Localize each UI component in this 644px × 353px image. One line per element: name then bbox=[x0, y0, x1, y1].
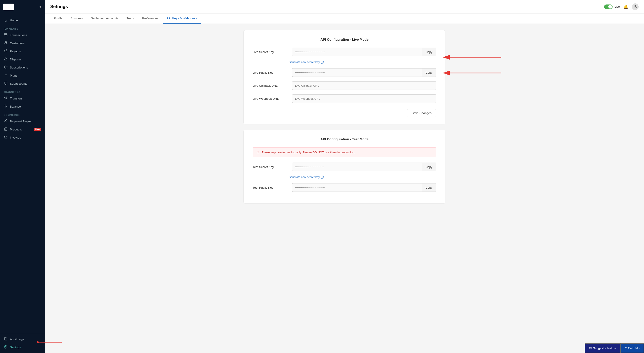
sidebar-item-settings[interactable]: Settings bbox=[0, 343, 45, 351]
sidebar-nav: ⌂ Home PAYMENTS Transactions Customers P… bbox=[0, 14, 45, 333]
sidebar-item-label: Payment Pages bbox=[10, 120, 31, 123]
sidebar-item-home[interactable]: ⌂ Home bbox=[0, 17, 45, 24]
plans-icon bbox=[4, 74, 8, 78]
test-public-key-copy-button[interactable]: Copy bbox=[422, 183, 436, 192]
disputes-icon bbox=[4, 57, 8, 61]
test-public-key-input[interactable] bbox=[292, 183, 422, 192]
live-toggle[interactable] bbox=[604, 5, 612, 9]
sidebar-section-commerce: COMMERCE bbox=[0, 111, 45, 117]
warning-text: These keys are for testing only. Please … bbox=[262, 151, 355, 154]
live-callback-url-input-wrap bbox=[292, 81, 436, 90]
audit-logs-icon bbox=[4, 337, 8, 341]
transfers-icon bbox=[4, 96, 8, 100]
sidebar-item-label: Balance bbox=[10, 105, 21, 108]
user-avatar[interactable] bbox=[632, 3, 638, 10]
live-webhook-url-row: Live Webhook URL bbox=[253, 94, 436, 103]
sidebar-item-label: Disputes bbox=[10, 58, 22, 61]
test-secret-key-row: Test Secret Key Copy bbox=[253, 163, 436, 171]
content-area: API Configuration - Live Mode Live Secre… bbox=[45, 24, 644, 353]
suggest-label: Suggest a feature bbox=[593, 346, 616, 350]
test-mode-title: API Configuration - Test Mode bbox=[253, 137, 436, 141]
tab-settlement-accounts[interactable]: Settlement Accounts bbox=[87, 14, 122, 24]
tab-team[interactable]: Team bbox=[123, 14, 138, 24]
invoices-icon bbox=[4, 135, 8, 139]
tab-nav: Profile Business Settlement Accounts Tea… bbox=[45, 14, 644, 24]
sidebar-item-balance[interactable]: Balance bbox=[0, 102, 45, 111]
subscriptions-icon bbox=[4, 65, 8, 69]
suggest-feature-button[interactable]: ✉ Suggest a feature bbox=[585, 343, 621, 353]
generate-link-text: Generate new secret key bbox=[288, 61, 320, 64]
bell-icon[interactable]: 🔔 bbox=[623, 4, 628, 9]
live-secret-key-label: Live Secret Key bbox=[253, 50, 288, 54]
sidebar-item-label: Subscriptions bbox=[10, 66, 28, 69]
tab-profile[interactable]: Profile bbox=[50, 14, 66, 24]
page-title: Settings bbox=[50, 4, 68, 9]
sidebar-item-label: Home bbox=[10, 19, 18, 22]
live-public-key-row: Live Public Key Copy bbox=[253, 68, 436, 77]
toggle-thumb bbox=[608, 5, 612, 9]
sidebar-chevron-icon: ▼ bbox=[39, 6, 42, 9]
sidebar-item-label: Transfers bbox=[10, 97, 23, 100]
help-label: Get Help bbox=[628, 346, 640, 350]
sidebar-item-subscriptions[interactable]: Subscriptions bbox=[0, 63, 45, 71]
sidebar-item-plans[interactable]: Plans bbox=[0, 71, 45, 80]
live-public-key-input[interactable] bbox=[292, 68, 422, 77]
sidebar-section-transfers: TRANSFERS bbox=[0, 88, 45, 94]
sidebar-item-transactions[interactable]: Transactions bbox=[0, 31, 45, 39]
test-secret-key-input-wrap: Copy bbox=[292, 163, 436, 171]
live-public-key-copy-button[interactable]: Copy bbox=[422, 68, 436, 77]
svg-point-18 bbox=[5, 346, 6, 347]
get-help-button[interactable]: ? Get Help bbox=[620, 343, 644, 353]
live-toggle-wrap: Live bbox=[604, 5, 620, 9]
sidebar-item-label: Subaccounts bbox=[10, 82, 28, 85]
live-webhook-url-input[interactable] bbox=[292, 94, 436, 103]
live-public-key-label: Live Public Key bbox=[253, 71, 288, 74]
save-changes-button[interactable]: Save Changes bbox=[407, 109, 436, 117]
sidebar-item-transfers[interactable]: Transfers bbox=[0, 94, 45, 102]
svg-rect-11 bbox=[4, 82, 7, 84]
test-mode-card: API Configuration - Test Mode ⚠ These ke… bbox=[244, 130, 446, 204]
live-callback-url-input[interactable] bbox=[292, 81, 436, 90]
sidebar-item-audit-logs[interactable]: Audit Logs bbox=[0, 335, 45, 343]
payment-pages-icon bbox=[4, 119, 8, 123]
sidebar-item-label: Audit Logs bbox=[10, 337, 24, 341]
tab-preferences[interactable]: Preferences bbox=[138, 14, 162, 24]
sidebar-item-label: Customers bbox=[10, 42, 24, 45]
sidebar-item-customers[interactable]: Customers bbox=[0, 39, 45, 47]
test-secret-key-input[interactable] bbox=[292, 163, 422, 171]
test-public-key-input-wrap: Copy bbox=[292, 183, 436, 192]
sidebar-item-invoices[interactable]: Invoices bbox=[0, 133, 45, 141]
sidebar-item-subaccounts[interactable]: Subaccounts bbox=[0, 80, 45, 88]
balance-icon bbox=[4, 104, 8, 109]
sidebar-item-disputes[interactable]: Disputes bbox=[0, 55, 45, 63]
suggest-icon: ✉ bbox=[589, 346, 592, 350]
bottom-bar: ✉ Suggest a feature ? Get Help bbox=[585, 343, 644, 353]
live-secret-key-copy-button[interactable]: Copy bbox=[422, 48, 436, 56]
live-webhook-url-input-wrap bbox=[292, 94, 436, 103]
sidebar-section-payments: PAYMENTS bbox=[0, 24, 45, 31]
test-public-key-row: Test Public Key Copy bbox=[253, 183, 436, 192]
new-badge: New bbox=[34, 128, 41, 131]
test-public-key-label: Test Public Key bbox=[253, 186, 288, 189]
generate-test-secret-key-link[interactable]: Generate new secret key i bbox=[288, 176, 436, 179]
live-secret-key-input[interactable] bbox=[292, 48, 422, 56]
products-icon bbox=[4, 127, 8, 131]
transactions-icon bbox=[4, 33, 8, 37]
sidebar: ▼ ⌂ Home PAYMENTS Transactions Customers… bbox=[0, 0, 45, 353]
test-secret-key-copy-button[interactable]: Copy bbox=[422, 163, 436, 171]
info-icon-test: i bbox=[321, 176, 324, 179]
arrow-annotation-secret bbox=[441, 52, 504, 63]
live-secret-key-input-wrap: Copy bbox=[292, 48, 436, 56]
live-mode-title: API Configuration - Live Mode bbox=[253, 38, 436, 41]
topbar: Settings Live 🔔 bbox=[45, 0, 644, 14]
tab-business[interactable]: Business bbox=[67, 14, 86, 24]
sidebar-item-products[interactable]: Products New bbox=[0, 125, 45, 133]
tab-api-keys[interactable]: API Keys & Webhooks bbox=[163, 14, 200, 24]
generate-secret-key-link[interactable]: Generate new secret key i bbox=[288, 61, 436, 64]
sidebar-item-payment-pages[interactable]: Payment Pages bbox=[0, 117, 45, 125]
arrow-annotation-public bbox=[441, 67, 504, 79]
sidebar-item-payouts[interactable]: Payouts bbox=[0, 47, 45, 55]
live-label: Live bbox=[614, 5, 620, 8]
live-callback-url-label: Live Callback URL bbox=[253, 84, 288, 87]
sidebar-logo[interactable]: ▼ bbox=[0, 0, 45, 14]
